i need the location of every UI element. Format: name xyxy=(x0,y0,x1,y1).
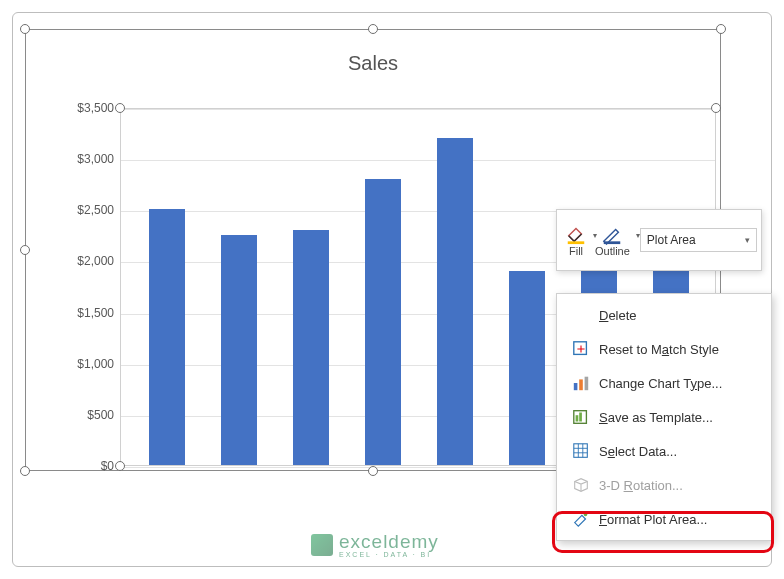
svg-rect-4 xyxy=(579,379,583,390)
bar[interactable] xyxy=(437,138,473,465)
chart-handle-bl[interactable] xyxy=(20,466,30,476)
svg-rect-7 xyxy=(576,415,579,421)
y-tick-label: $500 xyxy=(66,408,114,422)
menu-label: Format Plot Area... xyxy=(599,512,707,527)
menu-select-data[interactable]: Select Data... xyxy=(557,434,771,468)
svg-rect-0 xyxy=(568,241,585,244)
chart-handle-tc[interactable] xyxy=(368,24,378,34)
bar[interactable] xyxy=(149,209,185,465)
watermark-logo-icon xyxy=(311,534,333,556)
paint-bucket-icon xyxy=(565,223,587,245)
bar[interactable] xyxy=(365,179,401,465)
menu-label: Delete xyxy=(599,308,637,323)
chart-handle-ml[interactable] xyxy=(20,245,30,255)
svg-rect-1 xyxy=(604,241,621,244)
svg-rect-5 xyxy=(585,377,589,391)
menu-save-template[interactable]: Save as Template... xyxy=(557,400,771,434)
y-tick-label: $2,500 xyxy=(66,203,114,217)
menu-label: Save as Template... xyxy=(599,410,713,425)
y-axis-labels: $0$500$1,000$1,500$2,000$2,500$3,000$3,5… xyxy=(66,108,114,466)
y-tick-label: $1,500 xyxy=(66,306,114,320)
outline-button[interactable]: ▾ Outline xyxy=(591,223,634,257)
select-data-icon xyxy=(569,442,593,460)
chevron-down-icon: ▾ xyxy=(745,235,750,245)
chart-type-icon xyxy=(569,374,593,392)
svg-rect-2 xyxy=(574,342,587,355)
format-icon xyxy=(569,510,593,528)
screenshot-frame: Sales $0$500$1,000$1,500$2,000$2,500$3,0… xyxy=(12,12,772,567)
y-tick-label: $1,000 xyxy=(66,357,114,371)
outline-label: Outline xyxy=(595,245,630,257)
menu-reset-style[interactable]: Reset to Match Style xyxy=(557,332,771,366)
chevron-down-icon: ▾ xyxy=(636,231,640,240)
y-tick-label: $3,500 xyxy=(66,101,114,115)
svg-rect-3 xyxy=(574,383,578,390)
pen-outline-icon xyxy=(601,223,623,245)
menu-format-plot-area[interactable]: Format Plot Area... xyxy=(557,502,771,536)
context-menu: Delete Reset to Match Style Change Chart… xyxy=(556,293,772,541)
selector-value: Plot Area xyxy=(647,233,696,247)
chart-handle-tr[interactable] xyxy=(716,24,726,34)
watermark-brand: exceldemy xyxy=(339,531,439,553)
plot-handle-tl[interactable] xyxy=(115,103,125,113)
menu-label: Select Data... xyxy=(599,444,677,459)
reset-icon xyxy=(569,340,593,358)
cube-icon xyxy=(569,476,593,494)
save-template-icon xyxy=(569,408,593,426)
svg-rect-8 xyxy=(579,413,582,422)
menu-change-chart-type[interactable]: Change Chart Type... xyxy=(557,366,771,400)
chart-handle-tl[interactable] xyxy=(20,24,30,34)
menu-3d-rotation: 3-D Rotation... xyxy=(557,468,771,502)
fill-button[interactable]: ▾ Fill xyxy=(561,223,591,257)
watermark-tagline: EXCEL · DATA · BI xyxy=(339,551,439,558)
svg-point-14 xyxy=(584,513,588,517)
bar[interactable] xyxy=(293,230,329,465)
watermark: exceldemy EXCEL · DATA · BI xyxy=(311,531,439,558)
y-tick-label: $3,000 xyxy=(66,152,114,166)
bar[interactable] xyxy=(509,271,545,465)
y-tick-label: $2,000 xyxy=(66,254,114,268)
element-selector[interactable]: Plot Area ▾ xyxy=(640,228,757,252)
bar[interactable] xyxy=(221,235,257,465)
mini-toolbar: ▾ Fill ▾ Outline Plot Area ▾ xyxy=(556,209,762,271)
menu-delete[interactable]: Delete xyxy=(557,298,771,332)
menu-label: Change Chart Type... xyxy=(599,376,722,391)
fill-label: Fill xyxy=(569,245,583,257)
chart-title[interactable]: Sales xyxy=(26,30,720,75)
plot-handle-tr[interactable] xyxy=(711,103,721,113)
svg-rect-9 xyxy=(574,444,588,458)
chart-handle-bc[interactable] xyxy=(368,466,378,476)
menu-label: Reset to Match Style xyxy=(599,342,719,357)
plot-handle-bl[interactable] xyxy=(115,461,125,471)
menu-label: 3-D Rotation... xyxy=(599,478,683,493)
y-tick-label: $0 xyxy=(66,459,114,473)
